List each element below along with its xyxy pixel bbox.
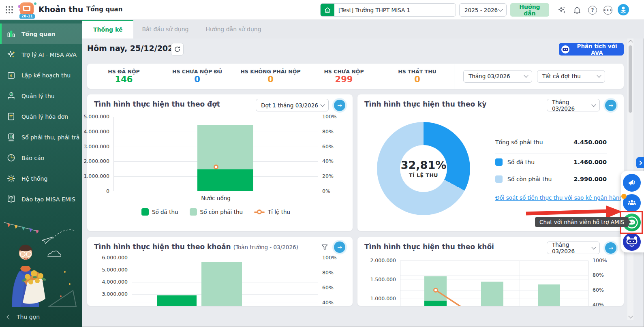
refresh-button[interactable] xyxy=(171,43,184,56)
stat-value: 299 xyxy=(335,75,353,84)
sidebar-illustration xyxy=(0,219,82,307)
app-header: 20-11 Khoản thu Tổng quan [Test] Trường … xyxy=(0,0,644,20)
stats-panel: HS ĐÃ NỘP146HS CHƯA NỘP ĐỦ0HS KHÔNG PHẢI… xyxy=(87,64,624,89)
open-detail-arrow-button[interactable]: → xyxy=(605,100,616,111)
logo-badge: 20-11 xyxy=(19,14,35,19)
divider xyxy=(495,154,607,154)
donut-label: TỈ LỆ THU xyxy=(409,172,438,178)
sidebar-item-label: Hệ thống xyxy=(21,175,47,182)
axis-tick: 80% xyxy=(322,128,340,135)
stat-item: HS KHÔNG PHẢI NỘP0 xyxy=(234,64,307,89)
sparkles-icon[interactable] xyxy=(557,5,567,15)
stat-value: 0 xyxy=(414,75,420,84)
apps-grid-icon[interactable] xyxy=(5,5,15,15)
axis-tick: 80% xyxy=(322,269,340,276)
rate-marker xyxy=(433,288,438,293)
sidebar-item-so-phai-thu-phai-tra[interactable]: $Sổ phải thu, phải trả xyxy=(0,127,82,147)
school-year-select[interactable]: 2025 - 2026 xyxy=(459,3,507,17)
legend-item: Tỉ lệ thu xyxy=(254,209,290,215)
school-selector[interactable]: [Test] Trường THPT MISA 1 xyxy=(320,3,456,17)
bell-icon[interactable] xyxy=(572,5,582,15)
megaphone-icon xyxy=(627,178,637,188)
gridline xyxy=(400,275,588,276)
open-detail-arrow-button[interactable]: → xyxy=(334,242,345,253)
svg-text:$: $ xyxy=(10,135,12,137)
stat-value: 0 xyxy=(267,75,274,84)
stat-label: HS KHÔNG PHẢI NỘP xyxy=(240,68,300,75)
bar-segment xyxy=(424,301,447,306)
chevron-down-icon xyxy=(524,73,528,77)
legend-label: Số đã thu xyxy=(152,209,178,215)
megaphone-button[interactable] xyxy=(623,174,641,192)
sidebar-item-label: Tổng quan xyxy=(21,31,55,37)
axis-tick: 6.000.000 xyxy=(93,254,128,261)
legend-label: Tỉ lệ thu xyxy=(268,209,290,215)
sidebar-item-dao-tao-misa-emis[interactable]: Đào tạo MISA EMIS xyxy=(0,189,82,209)
stats-filter-select-0[interactable]: Tháng 03/2026 xyxy=(463,70,532,83)
tab-thong-ke[interactable]: Thống kê xyxy=(82,19,133,38)
help-icon[interactable]: ? xyxy=(588,5,597,15)
notification-badge xyxy=(621,194,627,199)
scroll-up-icon[interactable] xyxy=(628,40,633,44)
more-icon[interactable]: ••• xyxy=(603,5,613,15)
misa-emis-khoan-thu-app: 20-11 Khoản thu Tổng quan [Test] Trường … xyxy=(0,0,644,327)
account-icon[interactable] xyxy=(618,4,629,17)
ava-analyze-label: Phân tích với AVA xyxy=(573,43,621,56)
ava-analyze-button[interactable]: Phân tích với AVA xyxy=(559,43,624,56)
open-detail-arrow-button[interactable]: → xyxy=(605,242,616,254)
sidebar-item-tro-ly-ai[interactable]: Trợ lý AI - MISA AVA xyxy=(0,44,82,65)
dot-period-select[interactable]: Đợt 1 tháng 03/2026 xyxy=(256,99,329,111)
axis-tick: 80% xyxy=(593,272,611,278)
legend-swatch xyxy=(141,208,149,216)
stats-filter-value: Tháng 03/2026 xyxy=(469,73,510,79)
category-label: Nước uống xyxy=(113,195,318,201)
sidebar-item-quan-ly-thu[interactable]: $Quản lý thu xyxy=(0,85,82,106)
sidebar-item-bao-cao[interactable]: Báo cáo xyxy=(0,147,82,168)
chart-legend: Số đã thuSố còn phải thuTỉ lệ thu xyxy=(113,208,318,216)
tab-bat-dau-su-dung[interactable]: Bắt đầu sử dụng xyxy=(133,19,197,38)
nav-tong-quan[interactable]: Tổng quan xyxy=(86,6,122,13)
stat-value: 0 xyxy=(194,75,200,84)
chart-panel-thu-theo-khoan: Tình hình thực hiện thu theo khoản(Toàn … xyxy=(87,237,353,306)
guide-button[interactable]: Hướng dẫn xyxy=(510,3,549,17)
sidebar-item-quan-ly-hoa-don[interactable]: Quản lý hóa đơn xyxy=(0,106,82,127)
legend-swatch xyxy=(190,208,197,216)
scroll-down-icon[interactable] xyxy=(628,314,633,318)
misa-bot-button[interactable] xyxy=(623,233,641,251)
scrollbar-thumb[interactable] xyxy=(629,45,632,113)
filter-funnel-icon[interactable] xyxy=(321,243,329,251)
axis-tick: 100% xyxy=(593,257,611,263)
legend-row-paid: Số đã thu 1.460.000 xyxy=(495,158,607,166)
bank-reconcile-link[interactable]: Đối soát số tiền thực thu với sao kê ngâ… xyxy=(495,194,630,201)
collapse-button[interactable]: Thu gọn xyxy=(0,307,82,327)
sidebar-item-label: Sổ phải thu, phải trả xyxy=(21,134,79,141)
open-detail-arrow-button[interactable]: → xyxy=(334,100,345,111)
dashboard-content: Hôm nay, 25/12/2025 Phân tích với AVA HS… xyxy=(82,38,644,327)
sidebar-item-tong-quan[interactable]: Tổng quan xyxy=(0,24,82,44)
axis-tick: 100% xyxy=(322,113,340,120)
chat-support-tooltip: Chat với nhân viên hỗ trợ AMIS xyxy=(535,217,629,227)
sidebar-item-lap-ke-hoach-thu[interactable]: $Lập kế hoạch thu xyxy=(0,65,82,85)
sidebar-item-he-thong[interactable]: Hệ thống xyxy=(0,168,82,189)
tab-huong-dan-su-dung[interactable]: Hướng dẫn sử dụng xyxy=(197,19,270,38)
sidebar: Tổng quanTrợ lý AI - MISA AVA$Lập kế hoạ… xyxy=(0,19,82,327)
ky-period-select[interactable]: Tháng 03/2026 xyxy=(547,99,600,111)
ledger-icon: $ xyxy=(6,133,16,142)
khoi-period-select[interactable]: Tháng 03/2026 xyxy=(547,242,600,254)
legend-row-remaining: Số còn phải thu 2.990.000 xyxy=(495,175,607,183)
hand-coin-icon: $ xyxy=(6,91,16,101)
stats-filter-select-1[interactable]: Tất cả đợt thu xyxy=(537,70,605,83)
khoi-period-value: Tháng 03/2026 xyxy=(552,242,592,254)
rate-marker xyxy=(214,165,218,169)
misa-bot-icon xyxy=(623,233,641,251)
axis-tick: 20% xyxy=(322,173,340,179)
ava-robot-icon xyxy=(561,45,569,53)
axis-tick: 40% xyxy=(322,158,340,164)
school-year-value: 2025 - 2026 xyxy=(464,7,498,13)
axis-tick: 60% xyxy=(593,287,611,293)
legend-label: Số còn phải thu xyxy=(200,209,243,215)
today-heading: Hôm nay, 25/12/2025 xyxy=(87,44,179,53)
widget-expand-tab[interactable] xyxy=(636,157,644,168)
bar-chart-thu-theo-khoan: 6.000.0005.000.0004.000.0003.000.000100%… xyxy=(87,237,353,306)
legend-item: Số còn phải thu xyxy=(190,208,243,216)
